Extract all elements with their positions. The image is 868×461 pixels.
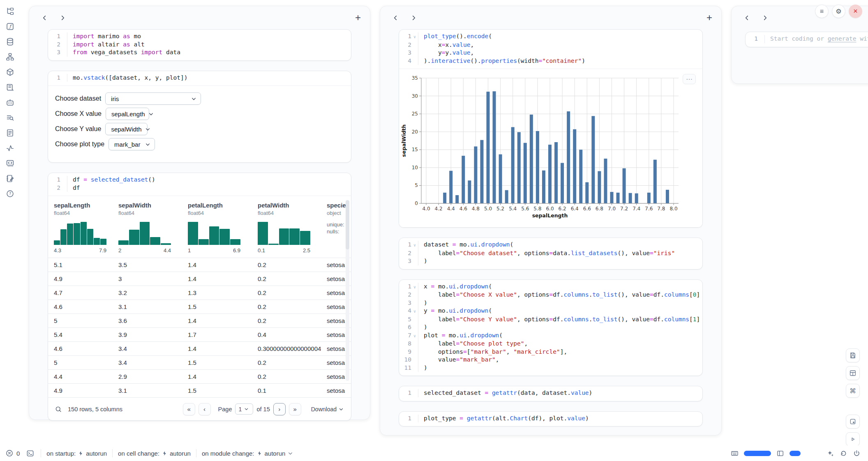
on-cell-change-setting[interactable]: on cell change: autorun (118, 450, 191, 457)
file-tree-icon[interactable] (4, 7, 16, 16)
code-editor[interactable]: 1mo.vstack([dataset, x, y, plot]) (48, 71, 351, 86)
svg-text:?: ? (9, 191, 11, 196)
document-icon[interactable] (4, 128, 16, 137)
line-number: 11 (399, 364, 418, 372)
code-editor[interactable]: 1∨dataset = mo.ui.dropdown(2 label="Choo… (399, 238, 702, 269)
column-prev-button[interactable] (389, 12, 402, 24)
help-icon[interactable]: ? (4, 189, 16, 198)
activity-icon[interactable] (4, 143, 16, 152)
code-editor[interactable]: 1 Start coding or generate with AI (746, 32, 868, 47)
terminal-icon[interactable] (26, 449, 34, 457)
fold-chevron-icon[interactable]: ∨ (411, 241, 418, 249)
fold-chevron-icon[interactable]: ∨ (411, 33, 418, 41)
chart-bar (505, 190, 508, 203)
code-editor[interactable]: 1∨x = mo.ui.dropdown(2 label="Choose X v… (399, 280, 702, 376)
column-header-petalLength[interactable]: petalLength float64 16.9 (188, 202, 258, 254)
code-editor[interactable]: 1plot_type = getattr(alt.Chart(df), plot… (399, 412, 702, 426)
add-cell-button[interactable]: + (355, 13, 361, 23)
sparkles-icon[interactable] (826, 449, 834, 457)
scratchpad-icon[interactable] (4, 174, 16, 183)
log-search-icon[interactable] (4, 113, 16, 122)
table-row: 4.93.11.50.1setosa (48, 383, 351, 397)
database-icon[interactable] (4, 37, 16, 46)
svg-text:6.8: 6.8 (596, 206, 603, 212)
y-value-label: Choose Y value (55, 125, 101, 133)
snippets-icon[interactable] (4, 159, 16, 168)
panel-toggle-icon[interactable] (776, 449, 784, 457)
on-module-change-setting[interactable]: on module change: autorun (202, 450, 293, 457)
column-header-sepalWidth[interactable]: sepalWidth float64 24.4 (118, 202, 188, 254)
column-next-button[interactable] (56, 12, 69, 24)
chevron-down-icon (288, 451, 293, 456)
function-icon[interactable]: ƒ (4, 22, 16, 31)
column-prev-button[interactable] (741, 12, 753, 24)
table-footer: 150 rows, 5 columns « ‹ Page 1 of 15 › »… (48, 397, 351, 420)
add-cell-button[interactable]: + (706, 13, 712, 23)
close-icon[interactable]: × (849, 5, 862, 18)
error-count-badge[interactable]: 0 (5, 449, 20, 457)
histogram-bar (81, 222, 87, 245)
last-page-button[interactable]: » (289, 403, 301, 415)
chatbot-icon[interactable] (4, 98, 16, 107)
keyboard-shortcuts-icon[interactable]: ⌘ (846, 384, 860, 398)
y-value-select[interactable]: sepalWidth (105, 123, 148, 135)
dataset-select[interactable]: iris (105, 92, 201, 105)
column-next-button[interactable] (759, 12, 771, 24)
code-line: 1import marimo as mo (48, 32, 351, 41)
save-icon[interactable] (846, 348, 860, 362)
run-icon[interactable] (846, 432, 860, 446)
fold-chevron-icon[interactable]: ∨ (411, 332, 418, 340)
layout-panel-icon[interactable] (846, 366, 860, 380)
code-line: 7∨plot = mo.ui.dropdown( (399, 332, 702, 340)
line-number: 1 (746, 35, 764, 43)
table-scrollbar[interactable] (346, 200, 349, 381)
code-line: 2 label="Choose dataset", options=data.l… (399, 249, 702, 258)
download-button[interactable]: Download (311, 406, 344, 413)
package-icon[interactable] (4, 67, 16, 76)
next-page-button[interactable]: › (273, 403, 286, 415)
chart-bar (462, 156, 465, 203)
code-line: 3) (399, 257, 702, 265)
code-editor[interactable]: 1∨plot_type().encode(2 x=x.value,3 y=y.v… (399, 30, 702, 69)
column-header-sepalLength[interactable]: sepalLength float64 4.37.9 (54, 202, 118, 254)
power-icon[interactable] (853, 449, 861, 457)
chart-bar (598, 171, 601, 203)
table-cell: 0.2 (258, 300, 327, 313)
line-number: 1 (48, 32, 67, 41)
svg-text:6.4: 6.4 (571, 206, 579, 212)
chart-actions-button[interactable]: ⋯ (683, 74, 696, 84)
error-circle-x-icon (5, 449, 14, 457)
search-icon[interactable] (55, 406, 62, 413)
lightning-icon (257, 451, 262, 456)
progress-pill-short[interactable] (790, 451, 801, 456)
generate-with-ai-link[interactable]: generate (828, 35, 856, 42)
minimap-icon[interactable] (846, 415, 860, 429)
menu-icon[interactable]: ≡ (815, 5, 829, 18)
code-editor[interactable]: 1selected_dataset = getattr(data, datase… (399, 386, 702, 401)
plot-type-select[interactable]: mark_bar (108, 138, 155, 150)
code-line: 1selected_dataset = getattr(data, datase… (399, 389, 702, 397)
progress-pill-wide[interactable] (744, 451, 771, 456)
code-editor[interactable]: 1df = selected_dataset()2df (48, 173, 351, 196)
chart-bar (480, 140, 483, 203)
column-next-button[interactable] (407, 12, 420, 24)
on-startup-setting[interactable]: on startup: autorun (46, 450, 107, 457)
column-header-petalWidth[interactable]: petalWidth float64 0.12.5 (258, 202, 327, 254)
graph-icon[interactable] (4, 52, 16, 61)
fold-chevron-icon[interactable]: ∨ (411, 283, 418, 291)
column-prev-button[interactable] (38, 12, 51, 24)
x-value-select[interactable]: sepalLength (106, 108, 149, 120)
prev-page-button[interactable]: ‹ (199, 403, 211, 415)
settings-gear-icon[interactable]: ⚙ (832, 5, 845, 18)
table-cell: 4.4 (54, 370, 118, 383)
first-page-button[interactable]: « (183, 403, 195, 415)
fold-chevron-icon[interactable]: ∨ (411, 307, 418, 316)
status-bar: 0 on startup: autorun on cell change: au… (0, 445, 868, 461)
histogram-bar (100, 239, 106, 245)
script-icon[interactable] (4, 83, 16, 92)
keyboard-icon[interactable] (731, 449, 739, 457)
code-editor[interactable]: 1import marimo as mo2import altair as al… (48, 30, 351, 60)
altair-bar-chart[interactable]: 051015202530354.04.24.44.64.85.05.25.45.… (399, 69, 703, 226)
refresh-icon[interactable] (840, 449, 847, 457)
page-select[interactable]: 1 (235, 403, 253, 415)
